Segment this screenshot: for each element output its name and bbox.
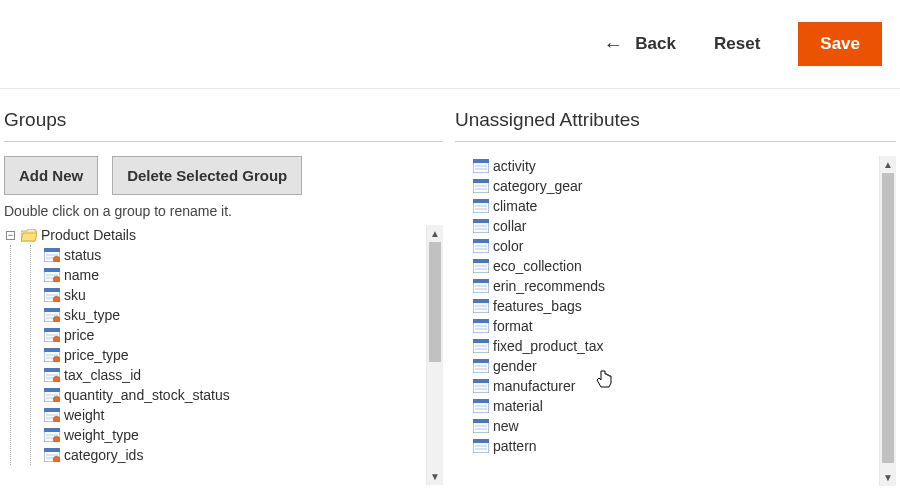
tree-item-label: category_ids (64, 447, 143, 463)
attribute-icon (473, 199, 489, 213)
tree-root-product-details[interactable]: − Product Details (6, 225, 443, 245)
tree-item-label: gender (493, 358, 537, 374)
tree-item[interactable]: price_type (44, 345, 443, 365)
groups-hint: Double click on a group to rename it. (4, 203, 443, 219)
scroll-thumb[interactable] (429, 242, 441, 362)
tree-item-label: price (64, 327, 94, 343)
svg-point-19 (53, 316, 59, 322)
scroll-up-icon[interactable]: ▲ (427, 225, 443, 242)
collapse-icon[interactable]: − (6, 231, 15, 240)
attribute-system-icon (44, 408, 60, 422)
tree-item-label: color (493, 238, 523, 254)
tree-item[interactable]: category_gear (473, 176, 896, 196)
tree-item-label: weight (64, 407, 104, 423)
svg-rect-100 (473, 379, 489, 383)
tree-item[interactable]: collar (473, 216, 896, 236)
svg-rect-6 (44, 268, 60, 272)
svg-rect-84 (473, 299, 489, 303)
attribute-icon (473, 299, 489, 313)
tree-item[interactable]: new (473, 416, 896, 436)
groups-scrollbar[interactable]: ▲ ▼ (426, 225, 443, 485)
unassigned-title: Unassigned Attributes (455, 109, 896, 142)
tree-item-label: features_bags (493, 298, 582, 314)
svg-rect-16 (44, 308, 60, 312)
tree-item-label: category_gear (493, 178, 583, 194)
svg-rect-11 (44, 288, 60, 292)
attribute-icon (473, 319, 489, 333)
tree-item[interactable]: status (44, 245, 443, 265)
attribute-icon (473, 239, 489, 253)
svg-rect-76 (473, 259, 489, 263)
svg-point-9 (53, 276, 59, 282)
svg-point-4 (53, 256, 59, 262)
tree-item[interactable]: color (473, 236, 896, 256)
groups-panel: Groups Add New Delete Selected Group Dou… (0, 101, 455, 486)
tree-item[interactable]: name (44, 265, 443, 285)
svg-rect-56 (473, 159, 489, 163)
tree-item[interactable]: format (473, 316, 896, 336)
delete-selected-group-button[interactable]: Delete Selected Group (112, 156, 302, 195)
tree-item[interactable]: material (473, 396, 896, 416)
tree-item-label: price_type (64, 347, 129, 363)
tree-item-label: fixed_product_tax (493, 338, 604, 354)
tree-root-label: Product Details (41, 227, 136, 243)
attribute-icon (473, 279, 489, 293)
svg-rect-108 (473, 419, 489, 423)
attribute-system-icon (44, 308, 60, 322)
tree-item-label: sku_type (64, 307, 120, 323)
svg-point-34 (53, 376, 59, 382)
groups-title: Groups (4, 109, 443, 142)
svg-point-44 (53, 416, 59, 422)
tree-item[interactable]: weight (44, 405, 443, 425)
tree-item[interactable]: climate (473, 196, 896, 216)
svg-point-54 (53, 456, 59, 462)
tree-item[interactable]: price (44, 325, 443, 345)
attribute-icon (473, 379, 489, 393)
tree-item[interactable]: eco_collection (473, 256, 896, 276)
tree-item-label: climate (493, 198, 537, 214)
scroll-down-icon[interactable]: ▼ (880, 469, 896, 486)
tree-item[interactable]: activity (473, 156, 896, 176)
unassigned-scrollbar[interactable]: ▲ ▼ (879, 156, 896, 486)
scroll-thumb[interactable] (882, 173, 894, 463)
tree-item[interactable]: sku (44, 285, 443, 305)
tree-item-label: activity (493, 158, 536, 174)
tree-item[interactable]: gender (473, 356, 896, 376)
back-button[interactable]: ← Back (603, 34, 676, 54)
tree-item[interactable]: fixed_product_tax (473, 336, 896, 356)
tree-item[interactable]: erin_recommends (473, 276, 896, 296)
tree-item[interactable]: category_ids (44, 445, 443, 465)
attribute-system-icon (44, 248, 60, 262)
tree-item[interactable]: quantity_and_stock_status (44, 385, 443, 405)
attribute-system-icon (44, 448, 60, 462)
tree-item[interactable]: weight_type (44, 425, 443, 445)
tree-item[interactable]: manufacturer (473, 376, 896, 396)
svg-point-39 (53, 396, 59, 402)
attribute-icon (473, 439, 489, 453)
svg-rect-46 (44, 428, 60, 432)
tree-item-label: erin_recommends (493, 278, 605, 294)
svg-point-24 (53, 336, 59, 342)
tree-item-label: collar (493, 218, 526, 234)
tree-item[interactable]: pattern (473, 436, 896, 456)
reset-button[interactable]: Reset (714, 34, 760, 54)
svg-rect-112 (473, 439, 489, 443)
attribute-icon (473, 219, 489, 233)
svg-rect-31 (44, 368, 60, 372)
attribute-system-icon (44, 268, 60, 282)
save-button[interactable]: Save (798, 22, 882, 66)
add-new-group-button[interactable]: Add New (4, 156, 98, 195)
scroll-up-icon[interactable]: ▲ (880, 156, 896, 173)
tree-item-label: manufacturer (493, 378, 575, 394)
svg-rect-41 (44, 408, 60, 412)
tree-item[interactable]: sku_type (44, 305, 443, 325)
scroll-down-icon[interactable]: ▼ (427, 468, 443, 485)
attribute-icon (473, 259, 489, 273)
tree-item-label: sku (64, 287, 86, 303)
tree-item-label: name (64, 267, 99, 283)
tree-item[interactable]: tax_class_id (44, 365, 443, 385)
tree-item[interactable]: features_bags (473, 296, 896, 316)
tree-item-label: format (493, 318, 533, 334)
tree-item-label: material (493, 398, 543, 414)
svg-rect-26 (44, 348, 60, 352)
